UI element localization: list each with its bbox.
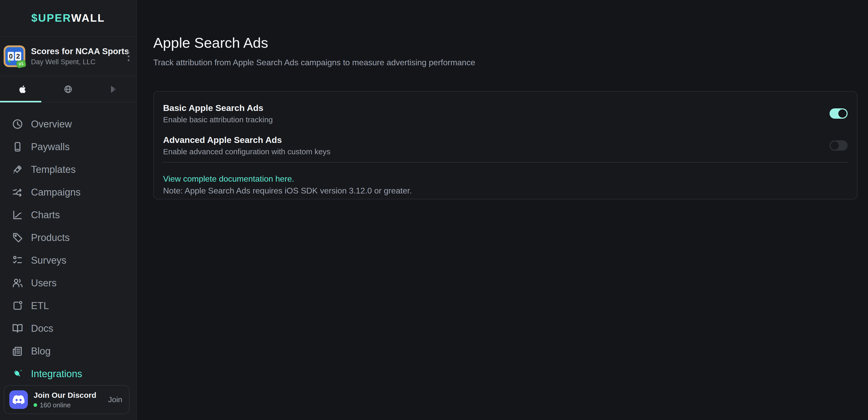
tab-android[interactable]	[91, 76, 136, 102]
sidebar-item-label: Templates	[31, 164, 75, 175]
sidebar-item-label: Paywalls	[31, 141, 70, 153]
etl-icon	[12, 300, 23, 312]
discord-join-button[interactable]: Join	[108, 395, 122, 404]
setting-row-advanced: Advanced Apple Search Ads Enable advance…	[163, 134, 848, 157]
integrations-icon	[12, 368, 23, 380]
sidebar-item-users[interactable]: Users	[0, 272, 136, 294]
sidebar-item-label: Blog	[31, 346, 51, 357]
sidebar-item-label: Integrations	[31, 368, 82, 380]
products-icon	[12, 232, 23, 243]
discord-title: Join Our Discord	[34, 390, 102, 400]
sidebar-item-paywalls[interactable]: Paywalls	[0, 135, 136, 158]
app-menu-kebab-icon[interactable]	[126, 49, 131, 64]
tab-web[interactable]	[45, 76, 91, 102]
setting-title: Advanced Apple Search Ads	[163, 134, 331, 145]
page-subtitle: Track attribution from Apple Search Ads …	[153, 57, 475, 68]
templates-icon	[12, 164, 23, 175]
logo-row: $UPERWALL	[0, 0, 136, 37]
globe-icon	[63, 85, 73, 94]
app-icon-triangle	[7, 59, 10, 63]
app-icon-badge: #1	[16, 60, 27, 69]
sidebar-nav: OverviewPaywallsTemplatesCampaignsCharts…	[0, 102, 136, 385]
main-content: Apple Search Ads Track attribution from …	[137, 0, 868, 420]
surveys-icon	[12, 255, 23, 266]
sidebar-item-products[interactable]: Products	[0, 226, 136, 249]
sidebar-item-label: Surveys	[31, 255, 66, 266]
app-selector[interactable]: 0 2 #1 Scores for NCAA Sports Day Well S…	[0, 37, 136, 76]
sidebar-item-label: Docs	[31, 323, 54, 334]
app-meta: Scores for NCAA Sports Day Well Spent, L…	[31, 46, 121, 67]
sdk-version-note: Note: Apple Search Ads requires iOS SDK …	[163, 186, 848, 196]
sidebar-item-overview[interactable]: Overview	[0, 113, 136, 135]
discord-online-count: 160 online	[40, 401, 71, 409]
discord-logo-icon	[13, 394, 25, 406]
sidebar-item-label: Products	[31, 232, 70, 243]
docs-icon	[12, 323, 23, 334]
app-icon-digit: 2	[15, 52, 21, 61]
sidebar-item-label: Charts	[31, 209, 60, 221]
sidebar-item-label: Users	[31, 277, 57, 289]
active-tab-underline	[0, 101, 41, 102]
superwall-dashboard: $UPERWALL 0 2 #1 Scores for NCAA Sports …	[0, 0, 868, 420]
setting-row-basic: Basic Apple Search Ads Enable basic attr…	[163, 92, 848, 125]
blog-icon	[12, 346, 23, 357]
sidebar-item-integrations[interactable]: Integrations	[0, 362, 136, 385]
setting-description: Enable basic attribution tracking	[163, 115, 273, 125]
tab-ios[interactable]	[0, 76, 45, 102]
apple-icon	[18, 85, 27, 94]
page-title: Apple Search Ads	[153, 34, 268, 52]
platform-tabs	[0, 76, 136, 102]
play-store-icon	[109, 85, 118, 94]
discord-card[interactable]: Join Our Discord 160 online Join	[4, 385, 129, 414]
app-icon: 0 2 #1	[4, 45, 25, 67]
overview-icon	[12, 119, 23, 130]
sidebar-item-surveys[interactable]: Surveys	[0, 249, 136, 272]
sidebar-item-blog[interactable]: Blog	[0, 340, 136, 362]
logo-accent-part: $UPER	[31, 12, 71, 24]
discord-meta: Join Our Discord 160 online	[34, 390, 102, 409]
apple-search-ads-card: Basic Apple Search Ads Enable basic attr…	[153, 91, 858, 199]
discord-icon	[9, 390, 28, 409]
sidebar-item-docs[interactable]: Docs	[0, 317, 136, 340]
sidebar-item-label: ETL	[31, 300, 49, 312]
documentation-link[interactable]: View complete documentation here.	[163, 174, 294, 184]
setting-description: Enable advanced configuration with custo…	[163, 147, 331, 157]
advanced-asa-toggle[interactable]	[830, 140, 848, 151]
card-divider	[162, 162, 849, 163]
sidebar-item-charts[interactable]: Charts	[0, 203, 136, 226]
sidebar-item-etl[interactable]: ETL	[0, 294, 136, 317]
basic-asa-toggle[interactable]	[830, 108, 848, 119]
app-company: Day Well Spent, LLC	[31, 57, 121, 67]
sidebar-item-templates[interactable]: Templates	[0, 158, 136, 181]
charts-icon	[12, 209, 23, 221]
campaigns-icon	[12, 187, 23, 198]
sidebar-item-label: Overview	[31, 119, 72, 130]
app-name: Scores for NCAA Sports	[31, 46, 121, 57]
users-icon	[12, 277, 23, 289]
superwall-logo: $UPERWALL	[31, 12, 105, 24]
sidebar-item-campaigns[interactable]: Campaigns	[0, 181, 136, 203]
logo-rest-part: WALL	[71, 12, 105, 24]
setting-title: Basic Apple Search Ads	[163, 102, 273, 113]
online-dot-icon	[34, 403, 37, 407]
sidebar: $UPERWALL 0 2 #1 Scores for NCAA Sports …	[0, 0, 137, 420]
paywalls-icon	[12, 141, 23, 153]
sidebar-item-label: Campaigns	[31, 187, 81, 198]
